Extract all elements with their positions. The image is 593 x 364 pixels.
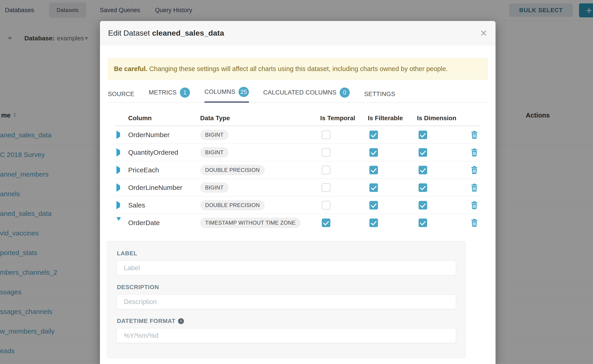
is-filterable-checkbox[interactable] <box>369 183 378 192</box>
column-name: PriceEach <box>128 166 200 174</box>
header-data-type: Data Type <box>200 115 320 122</box>
close-icon[interactable]: ✕ <box>480 29 488 38</box>
data-type-pill: BIGINT <box>200 147 229 158</box>
delete-icon[interactable] <box>468 166 481 174</box>
data-type-pill: BIGINT <box>200 130 229 140</box>
warning-text: Changing these settings will affect all … <box>147 65 448 72</box>
header-column: Column <box>128 115 200 122</box>
column-detail-panel: LABEL DESCRIPTION DATETIME FORMAT i <box>107 241 466 358</box>
warning-banner: Be careful. Changing these settings will… <box>108 58 488 80</box>
header-is-dimension: Is Dimension <box>417 115 468 122</box>
label-field-label-text: LABEL <box>117 250 138 257</box>
data-type-pill: TIMESTAMP WITHOUT TIME ZONE <box>200 218 301 228</box>
datetime-format-input[interactable] <box>116 328 456 343</box>
table-row: PriceEach DOUBLE PRECISION <box>115 161 481 179</box>
expand-caret-icon[interactable] <box>116 130 120 139</box>
column-name: OrderLineNumber <box>128 184 200 191</box>
is-dimension-checkbox[interactable] <box>419 201 427 209</box>
column-name: OrderNumber <box>128 131 200 139</box>
tab-label: SOURCE <box>108 91 134 98</box>
data-type-pill: DOUBLE PRECISION <box>200 200 265 210</box>
tab-label: SETTINGS <box>364 91 395 98</box>
is-dimension-checkbox[interactable] <box>419 166 427 174</box>
is-dimension-checkbox[interactable] <box>419 183 427 192</box>
metrics-count-badge: 1 <box>180 87 190 98</box>
tab-columns[interactable]: COLUMNS 25 <box>204 87 249 103</box>
label-field-label: LABEL <box>117 250 456 257</box>
table-row: OrderDate TIMESTAMP WITHOUT TIME ZONE <box>115 214 481 232</box>
tab-label: COLUMNS <box>204 88 235 95</box>
is-filterable-checkbox[interactable] <box>369 130 378 139</box>
columns-count-badge: 25 <box>238 87 249 97</box>
datetime-format-label-text: DATETIME FORMAT <box>117 318 175 325</box>
is-dimension-checkbox[interactable] <box>419 219 427 227</box>
is-temporal-checkbox[interactable] <box>322 148 330 157</box>
modal-dataset-name: cleaned_sales_data <box>152 29 224 37</box>
table-row: QuantityOrdered BIGINT <box>115 144 481 161</box>
column-name: OrderDate <box>128 219 200 227</box>
data-type-pill: BIGINT <box>200 182 229 193</box>
modal-body: Be careful. Changing these settings will… <box>100 58 495 358</box>
columns-table: Column Data Type Is Temporal Is Filterab… <box>115 111 481 232</box>
calculated-columns-count-badge: 0 <box>340 87 350 98</box>
expand-caret-icon[interactable] <box>116 201 120 209</box>
is-filterable-checkbox[interactable] <box>369 201 378 209</box>
is-temporal-checkbox[interactable] <box>322 130 330 139</box>
tab-source[interactable]: SOURCE <box>108 91 134 102</box>
table-row: OrderLineNumber BIGINT <box>115 179 481 196</box>
column-name: QuantityOrdered <box>128 149 200 156</box>
tab-metrics[interactable]: METRICS 1 <box>149 87 190 102</box>
info-icon[interactable]: i <box>178 318 184 324</box>
column-name: Sales <box>128 202 200 209</box>
tab-settings[interactable]: SETTINGS <box>364 91 395 102</box>
description-field-label-text: DESCRIPTION <box>117 284 159 291</box>
is-temporal-checkbox[interactable] <box>322 219 330 227</box>
expand-caret-icon[interactable] <box>116 148 120 156</box>
tab-label: METRICS <box>149 89 177 96</box>
is-temporal-checkbox[interactable] <box>322 183 330 192</box>
expand-caret-icon[interactable] <box>116 166 120 174</box>
collapse-caret-icon[interactable] <box>116 217 121 225</box>
datetime-format-field-label: DATETIME FORMAT i <box>117 318 456 325</box>
table-row: Sales DOUBLE PRECISION <box>115 196 481 214</box>
description-field: DESCRIPTION <box>116 284 456 309</box>
delete-icon[interactable] <box>468 148 481 157</box>
delete-icon[interactable] <box>468 130 481 139</box>
description-field-label: DESCRIPTION <box>117 284 456 291</box>
is-temporal-checkbox[interactable] <box>322 201 330 209</box>
is-dimension-checkbox[interactable] <box>419 130 427 139</box>
is-filterable-checkbox[interactable] <box>369 219 378 227</box>
warning-bold: Be careful. <box>114 65 147 72</box>
data-type-pill: DOUBLE PRECISION <box>200 165 265 175</box>
modal-title-prefix: Edit Dataset <box>108 29 150 37</box>
is-filterable-checkbox[interactable] <box>369 148 378 157</box>
columns-table-header: Column Data Type Is Temporal Is Filterab… <box>115 111 481 126</box>
header-is-filterable: Is Filterable <box>368 115 417 122</box>
is-filterable-checkbox[interactable] <box>369 166 378 174</box>
delete-icon[interactable] <box>468 219 481 227</box>
table-row: OrderNumber BIGINT <box>115 126 481 144</box>
edit-dataset-modal: Edit Dataset cleaned_sales_data ✕ Be car… <box>100 21 495 364</box>
modal-tabs: SOURCE METRICS 1 COLUMNS 25 CALCULATED C… <box>108 87 488 103</box>
modal-header: Edit Dataset cleaned_sales_data ✕ <box>100 21 495 45</box>
tab-label: CALCULATED COLUMNS <box>263 89 336 96</box>
label-field: LABEL <box>116 250 456 275</box>
tab-calculated-columns[interactable]: CALCULATED COLUMNS 0 <box>263 87 350 102</box>
header-is-temporal: Is Temporal <box>320 115 368 122</box>
expand-caret-icon[interactable] <box>116 183 120 192</box>
delete-icon[interactable] <box>468 183 481 192</box>
is-dimension-checkbox[interactable] <box>419 148 427 157</box>
is-temporal-checkbox[interactable] <box>322 166 330 174</box>
label-input[interactable] <box>116 260 456 275</box>
delete-icon[interactable] <box>468 201 481 209</box>
description-input[interactable] <box>116 294 456 309</box>
modal-title: Edit Dataset cleaned_sales_data <box>108 29 224 38</box>
datetime-format-field: DATETIME FORMAT i <box>116 318 456 343</box>
